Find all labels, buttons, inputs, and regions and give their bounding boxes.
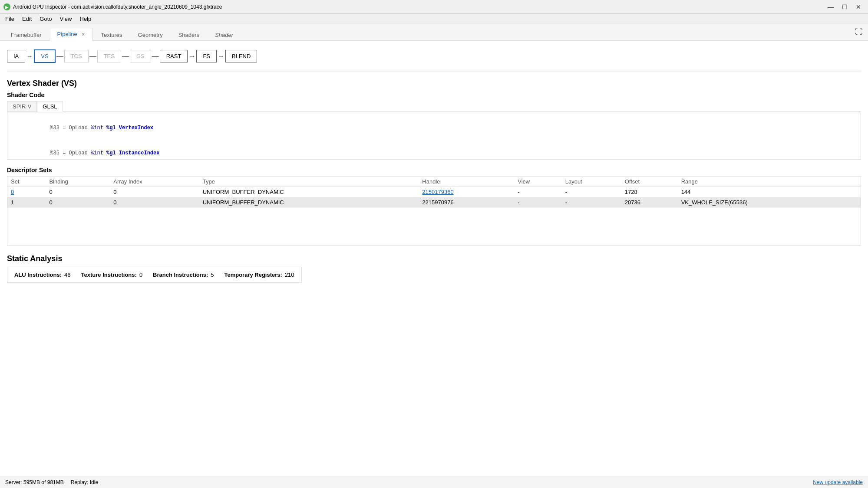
static-analysis-section: Static Analysis ALU Instructions: 46 Tex… bbox=[7, 254, 861, 283]
cell-view-1: - bbox=[514, 197, 561, 208]
temp-registers: Temporary Registers: 210 bbox=[224, 272, 294, 278]
col-range: Range bbox=[678, 177, 861, 187]
branch-instructions: Branch Instructions: 5 bbox=[153, 272, 214, 278]
window-title: Android GPU Inspector - com.activision.c… bbox=[13, 4, 222, 10]
branch-value: 5 bbox=[211, 272, 214, 278]
cell-array-index-0: 0 bbox=[110, 187, 199, 197]
handle-link-0[interactable]: 2150179360 bbox=[422, 189, 453, 195]
tab-shaders[interactable]: Shaders bbox=[171, 29, 207, 41]
tab-pipeline[interactable]: Pipeline ✕ bbox=[50, 28, 93, 41]
cell-range-0: 144 bbox=[678, 187, 861, 197]
close-button[interactable]: ✕ bbox=[852, 3, 865, 11]
analysis-box: ALU Instructions: 46 Texture Instruction… bbox=[7, 267, 302, 283]
fullscreen-button[interactable]: ⛶ bbox=[853, 26, 865, 38]
col-set: Set bbox=[7, 177, 46, 187]
code-block[interactable]: %33 = OpLoad %int %gl_VertexIndex %35 = … bbox=[7, 112, 861, 160]
descriptor-table: Set Binding Array Index Type Handle View… bbox=[7, 177, 861, 208]
menu-view[interactable]: View bbox=[56, 15, 76, 23]
cell-set-0[interactable]: 0 bbox=[7, 187, 46, 197]
texture-instructions: Texture Instructions: 0 bbox=[81, 272, 143, 278]
texture-value: 0 bbox=[139, 272, 142, 278]
cell-set-1: 1 bbox=[7, 197, 46, 208]
table-header: Set Binding Array Index Type Handle View… bbox=[7, 177, 861, 187]
cell-handle-1: 2215970976 bbox=[419, 197, 514, 208]
alu-value: 46 bbox=[64, 272, 70, 278]
stage-tes[interactable]: TES bbox=[97, 50, 121, 62]
minimize-button[interactable]: — bbox=[825, 3, 837, 11]
col-offset: Offset bbox=[621, 177, 678, 187]
cell-view-0: - bbox=[514, 187, 561, 197]
tab-bar: Framebuffer Pipeline ✕ Textures Geometry… bbox=[0, 24, 868, 41]
set-link-0[interactable]: 0 bbox=[11, 189, 14, 195]
maximize-button[interactable]: ☐ bbox=[838, 3, 851, 11]
stage-ia[interactable]: IA bbox=[7, 50, 25, 62]
app-icon: ▶ bbox=[3, 3, 10, 10]
server-status: Server: 595MB of 981MB bbox=[5, 479, 64, 485]
descriptor-sets-section: Descriptor Sets Set Binding Array Index … bbox=[7, 167, 861, 246]
alu-instructions: ALU Instructions: 46 bbox=[14, 272, 71, 278]
col-view: View bbox=[514, 177, 561, 187]
stage-fs[interactable]: FS bbox=[196, 50, 217, 62]
tab-spirv[interactable]: SPIR-V bbox=[7, 101, 37, 111]
tab-framebuffer[interactable]: Framebuffer bbox=[3, 29, 49, 41]
texture-label: Texture Instructions: bbox=[81, 272, 137, 278]
cell-type-1: UNIFORM_BUFFER_DYNAMIC bbox=[199, 197, 419, 208]
table-row: 0 0 0 UNIFORM_BUFFER_DYNAMIC 2150179360 … bbox=[7, 187, 861, 197]
tab-geometry[interactable]: Geometry bbox=[131, 29, 170, 41]
cell-offset-0: 1728 bbox=[621, 187, 678, 197]
cell-layout-0: - bbox=[562, 187, 621, 197]
stage-blend[interactable]: BLEND bbox=[225, 50, 257, 62]
tab-glsl[interactable]: GLSL bbox=[37, 101, 63, 112]
cell-offset-1: 20736 bbox=[621, 197, 678, 208]
vertex-shader-title: Vertex Shader (VS) bbox=[7, 79, 861, 88]
temp-value: 210 bbox=[285, 272, 294, 278]
temp-label: Temporary Registers: bbox=[224, 272, 282, 278]
tab-shader[interactable]: Shader bbox=[208, 29, 241, 41]
col-array-index: Array Index bbox=[110, 177, 199, 187]
col-binding: Binding bbox=[46, 177, 110, 187]
table-row: 1 0 0 UNIFORM_BUFFER_DYNAMIC 2215970976 … bbox=[7, 197, 861, 208]
menu-help[interactable]: Help bbox=[76, 15, 95, 23]
tab-pipeline-close[interactable]: ✕ bbox=[81, 32, 85, 37]
stage-tcs[interactable]: TCS bbox=[64, 50, 89, 62]
code-line-2: %35 = OpLoad %int %gl_InstanceIndex bbox=[13, 141, 855, 160]
arrow-fs-blend: → bbox=[218, 52, 224, 60]
descriptor-sets-title: Descriptor Sets bbox=[7, 167, 861, 174]
menu-file[interactable]: File bbox=[2, 15, 18, 23]
arrow-gs-rast: — bbox=[152, 52, 159, 60]
menu-edit[interactable]: Edit bbox=[19, 15, 35, 23]
shader-code-title: Shader Code bbox=[7, 92, 861, 98]
update-link[interactable]: New update available bbox=[813, 479, 863, 485]
title-bar-controls: — ☐ ✕ bbox=[825, 3, 865, 11]
cell-layout-1: - bbox=[562, 197, 621, 208]
stage-vs[interactable]: VS bbox=[34, 49, 55, 63]
status-bar-left: Server: 595MB of 981MB Replay: Idle bbox=[5, 479, 98, 485]
arrow-ia-vs: → bbox=[26, 52, 33, 60]
status-bar: Server: 595MB of 981MB Replay: Idle New … bbox=[0, 476, 868, 488]
title-bar: ▶ Android GPU Inspector - com.activision… bbox=[0, 0, 868, 14]
cell-range-1: VK_WHOLE_SIZE(65536) bbox=[678, 197, 861, 208]
cell-binding-1: 0 bbox=[46, 197, 110, 208]
pipeline-stages: IA → VS — TCS — TES — GS — RAST → FS → B… bbox=[7, 49, 861, 63]
pipeline-section: IA → VS — TCS — TES — GS — RAST → FS → B… bbox=[7, 49, 861, 72]
cell-handle-0[interactable]: 2150179360 bbox=[419, 187, 514, 197]
menu-goto[interactable]: Goto bbox=[36, 15, 55, 23]
col-layout: Layout bbox=[562, 177, 621, 187]
cell-array-index-1: 0 bbox=[110, 197, 199, 208]
code-line-1: %33 = OpLoad %int %gl_VertexIndex bbox=[13, 116, 855, 141]
cell-type-0: UNIFORM_BUFFER_DYNAMIC bbox=[199, 187, 419, 197]
shader-code-section: Shader Code SPIR-V GLSL %33 = OpLoad %in… bbox=[7, 92, 861, 160]
arrow-tcs-tes: — bbox=[89, 52, 96, 60]
tab-textures[interactable]: Textures bbox=[93, 29, 129, 41]
stage-gs[interactable]: GS bbox=[130, 50, 151, 62]
main-content: IA → VS — TCS — TES — GS — RAST → FS → B… bbox=[0, 41, 868, 476]
title-bar-left: ▶ Android GPU Inspector - com.activision… bbox=[3, 3, 222, 10]
descriptor-table-container: Set Binding Array Index Type Handle View… bbox=[7, 176, 861, 246]
code-tabs: SPIR-V GLSL bbox=[7, 101, 861, 112]
cell-binding-0: 0 bbox=[46, 187, 110, 197]
stage-rast[interactable]: RAST bbox=[160, 50, 188, 62]
replay-status: Replay: Idle bbox=[71, 479, 98, 485]
menu-bar: File Edit Goto View Help bbox=[0, 14, 868, 24]
svg-text:▶: ▶ bbox=[5, 5, 9, 10]
arrow-vs-tcs: — bbox=[56, 52, 63, 60]
